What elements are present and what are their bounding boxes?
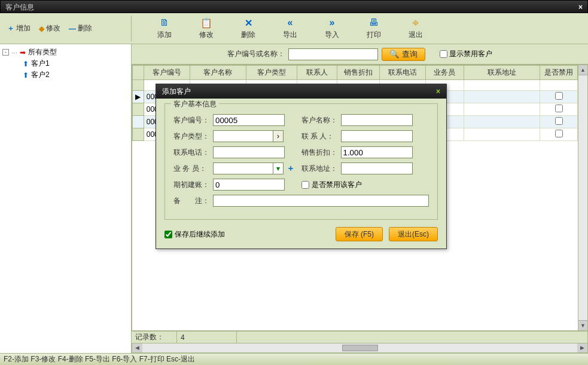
tree-delete-button[interactable]: — 删除 (69, 23, 92, 33)
row-disabled-checkbox[interactable] (555, 105, 563, 112)
col-header[interactable]: 销售折扣 (337, 66, 379, 80)
main-toolbar: ＋ 增加 ◆ 修改 — 删除 🗎 添加 📋 修改 ✕ 删除 « 导出 » (0, 13, 588, 44)
vertical-scrollbar[interactable]: ▲ ▼ (578, 65, 588, 331)
toolbar-add-button[interactable]: 🗎 添加 (144, 17, 185, 40)
window-title: 客户信息 (5, 1, 34, 13)
search-input[interactable] (288, 48, 378, 60)
phone-label: 联系电话： (173, 148, 213, 158)
salesman-input[interactable] (213, 162, 273, 174)
tree-edit-button[interactable]: ◆ 修改 (39, 23, 60, 33)
lookup-icon: › (277, 132, 279, 140)
plus-icon: ＋ (7, 23, 14, 33)
export-icon: « (269, 17, 311, 29)
code-label: 客户编号： (173, 115, 213, 125)
remark-input[interactable] (213, 195, 429, 207)
printer-icon: 🖶 (353, 17, 395, 29)
row-disabled-checkbox[interactable] (555, 130, 563, 137)
contact-label: 联 系 人： (301, 131, 341, 142)
toolbar-print-button[interactable]: 🖶 打印 (353, 17, 395, 40)
scroll-left-icon[interactable]: ◀ (132, 343, 142, 352)
col-header[interactable]: 客户名称 (190, 66, 246, 80)
search-label: 客户编号或名称： (227, 49, 285, 59)
discount-input[interactable] (341, 146, 413, 158)
dialog-close-icon[interactable]: × (436, 87, 440, 96)
fieldset-legend: 客户基本信息 (171, 99, 219, 109)
disable-customer-checkbox[interactable] (301, 181, 309, 189)
address-input[interactable] (341, 162, 413, 174)
opening-input[interactable] (213, 179, 285, 191)
save-button[interactable]: 保存 (F5) (336, 227, 383, 241)
opening-label: 期初建账： (173, 180, 213, 190)
col-header[interactable]: 联系人 (297, 66, 337, 80)
window-titlebar: 客户信息 × (0, 0, 588, 13)
toolbar-edit-button[interactable]: 📋 修改 (185, 17, 227, 40)
continue-add-label: 保存后继续添加 (175, 229, 225, 240)
row-disabled-checkbox[interactable] (555, 117, 563, 125)
toolbar-import-button[interactable]: » 导入 (311, 17, 353, 40)
exit-icon: ⎆ (395, 17, 437, 29)
col-header[interactable]: 联系地址 (464, 66, 540, 80)
contact-input[interactable] (341, 130, 413, 142)
scroll-thumb[interactable] (342, 345, 378, 351)
tree-add-button[interactable]: ＋ 增加 (7, 23, 31, 33)
address-label: 联系地址： (301, 164, 341, 174)
tree-collapse-icon[interactable]: - (2, 49, 9, 56)
file-icon: 🗎 (144, 17, 185, 29)
phone-input[interactable] (213, 146, 285, 158)
type-lookup-button[interactable]: › (273, 130, 284, 142)
tree-toolbar: ＋ 增加 ◆ 修改 — 删除 (0, 16, 132, 41)
search-bar: 客户编号或名称： 🔍 查询 显示禁用客户 (132, 44, 588, 65)
name-input[interactable] (341, 114, 413, 126)
type-label: 客户类型： (173, 131, 213, 142)
toolbar-exit-button[interactable]: ⎆ 退出 (395, 17, 437, 40)
diamond-icon: ◆ (39, 24, 44, 33)
close-icon[interactable]: × (578, 1, 583, 13)
scroll-right-icon[interactable]: ▶ (577, 343, 587, 352)
code-input[interactable] (213, 114, 285, 126)
tree-child[interactable]: ⬆ 客户1 (2, 58, 129, 69)
import-icon: » (311, 17, 353, 29)
magnifier-icon: 🔍 (389, 50, 400, 59)
type-input[interactable] (213, 130, 273, 142)
arrow-right-icon: ➡ (20, 48, 26, 57)
arrow-up-icon: ⬆ (23, 60, 29, 68)
name-label: 客户名称： (301, 115, 341, 125)
col-header[interactable]: 客户编号 (144, 66, 190, 80)
minus-icon: — (69, 24, 76, 33)
record-count-value: 4 (177, 332, 237, 343)
tree-child[interactable]: ⬆ 客户2 (2, 69, 129, 81)
discount-label: 销售折扣： (301, 148, 341, 158)
disable-customer-label: 是否禁用该客户 (312, 180, 362, 190)
dialog-title: 添加客户 (162, 87, 191, 97)
show-disabled-label: 显示禁用客户 (449, 49, 492, 59)
continue-add-checkbox[interactable] (164, 231, 172, 238)
add-salesman-button[interactable]: ＋ (287, 163, 295, 174)
horizontal-scrollbar[interactable]: ◀ ▶ (132, 343, 588, 353)
add-customer-dialog: 添加客户 × 客户基本信息 客户编号： 客户名称： 客户类型： (156, 84, 447, 249)
arrow-up-icon: ⬆ (23, 71, 29, 79)
basic-info-fieldset: 客户基本信息 客户编号： 客户名称： 客户类型： › (164, 103, 438, 220)
toolbar-delete-button[interactable]: ✕ 删除 (227, 17, 269, 40)
search-button[interactable]: 🔍 查询 (382, 48, 425, 61)
salesman-dropdown-button[interactable]: ▾ (273, 162, 284, 174)
show-disabled-checkbox[interactable] (440, 50, 447, 58)
chevron-down-icon: ▾ (276, 164, 280, 173)
category-tree: - ··· ➡ 所有类型 ⬆ 客户1 ⬆ 客户2 (0, 44, 132, 353)
clipboard-icon: 📋 (185, 17, 227, 29)
x-icon: ✕ (227, 17, 269, 29)
scroll-up-icon[interactable]: ▲ (578, 65, 587, 75)
col-header[interactable]: 是否禁用 (540, 66, 578, 80)
col-header[interactable]: 业务员 (425, 66, 464, 80)
col-header[interactable]: 联系电话 (379, 66, 425, 80)
scroll-down-icon[interactable]: ▼ (578, 320, 587, 330)
col-header[interactable]: 客户类型 (246, 66, 297, 80)
dialog-titlebar[interactable]: 添加客户 × (156, 84, 446, 99)
status-bar: F2-添加 F3-修改 F4-删除 F5-导出 F6-导入 F7-打印 Esc-… (0, 353, 588, 365)
tree-root[interactable]: - ··· ➡ 所有类型 (2, 47, 129, 58)
row-disabled-checkbox[interactable] (555, 92, 563, 100)
toolbar-export-button[interactable]: « 导出 (269, 17, 311, 40)
salesman-label: 业 务 员： (173, 164, 213, 174)
record-count-label: 记录数： (132, 332, 177, 343)
exit-button[interactable]: 退出(Esc) (389, 227, 438, 241)
doc-toolbar: 🗎 添加 📋 修改 ✕ 删除 « 导出 » 导入 🖶 打印 ⎆ 退出 (132, 16, 588, 41)
